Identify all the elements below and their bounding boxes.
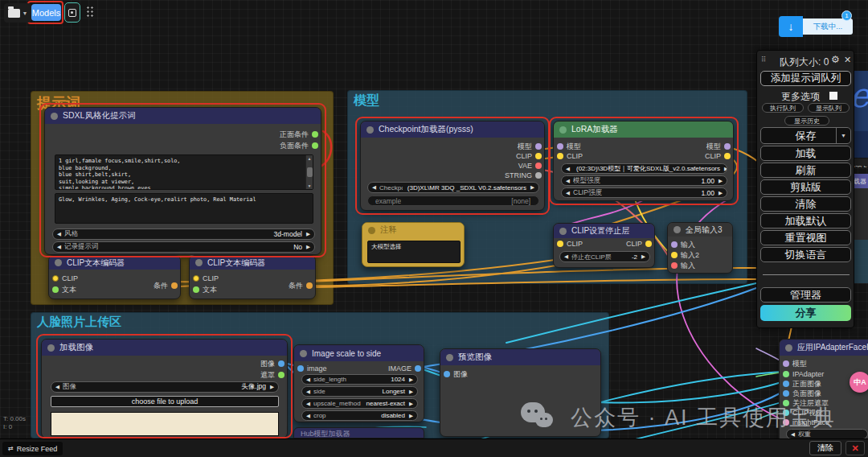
node-load-image[interactable]: 加载图像 图像 遮罩 ◀ 图像 头像.jpg ▶ choose file to … [41,339,288,438]
input-slot-negative-image[interactable]: 负面图像 [783,389,821,398]
prev-arrow-icon[interactable]: ◀ [306,401,310,407]
prev-arrow-icon[interactable]: ◀ [57,244,61,250]
node-header[interactable]: 预览图像 [440,349,600,365]
node-header[interactable]: Checkpoint加载器(pysss) [361,121,544,138]
node-image-scale-to-side[interactable]: Image scale to side image IMAGE ◀ side_l… [293,344,424,422]
clip-strength-widget[interactable]: ◀ CLIP强度 1.00 ▶ [561,187,727,198]
side-length-widget[interactable]: ◀ side_length 1024 ▶ [301,374,418,385]
prev-arrow-icon[interactable]: ◀ [306,413,310,419]
collapse-dot-icon[interactable] [446,354,453,361]
output-slot-clip[interactable]: CLIP [516,151,542,161]
node-header[interactable]: Image scale to side [294,345,424,361]
model-strength-widget[interactable]: ◀ 模型强度 1.00 ▶ [561,175,727,186]
clear-button[interactable]: 清除 [760,196,851,212]
ckpt-name-widget[interactable]: ◀ Checkpoint名称 (3D)XL\MR 3DQ _SDXL V0.2.… [367,182,539,193]
prev-arrow-icon[interactable]: ◀ [791,431,795,438]
manager-button[interactable]: 管理器 [760,287,851,303]
collapse-dot-icon[interactable] [300,350,307,357]
output-slot-vae[interactable]: VAE [518,161,542,171]
prev-arrow-icon[interactable]: ◀ [55,384,59,390]
next-arrow-icon[interactable]: ▶ [409,377,413,383]
output-slot-image[interactable]: IMAGE [388,364,421,373]
input-slot-model[interactable]: 模型 [783,359,807,368]
log-prompt-widget[interactable]: ◀ 记录提示词 No ▶ [52,241,315,253]
collapse-dot-icon[interactable] [195,259,203,266]
node-clip-encode-left[interactable]: CLIP文本编码器 CLIP 文本 条件 [48,255,181,299]
input-slot-clip[interactable]: CLIP [557,239,583,249]
node-clip-set-last-layer[interactable]: CLIP设置停止层 CLIP CLIP ◀ 停止在CLIP层 -2 ▶ [553,223,655,268]
queue-prompt-button[interactable]: 添加提示词队列 [760,71,851,86]
next-arrow-icon[interactable]: ▶ [306,244,310,250]
reset-view-button[interactable]: 重置视图 [760,230,851,245]
run-queue-button[interactable]: 执行队列 [762,103,804,113]
input-slot-model[interactable]: 模型 [557,142,581,151]
next-arrow-icon[interactable]: ▶ [409,413,413,419]
next-arrow-icon[interactable]: ▶ [270,384,274,390]
input-slot-text[interactable]: 文本 [52,285,76,294]
node-preview-image[interactable]: 预览图像 图像 [440,348,601,437]
node-header[interactable]: CLIP文本编码器 [190,256,315,270]
collapse-dot-icon[interactable] [559,126,567,134]
collapse-dot-icon[interactable] [366,126,374,134]
gear-icon[interactable]: ⚙ [831,54,840,65]
input-slot-positive-image[interactable]: 正面图像 [783,379,821,389]
note-textarea[interactable]: 大模型选择 [367,241,461,263]
show-history-button[interactable]: 显示历史 [784,116,829,126]
output-slot-negative[interactable]: 负面条件 [280,141,318,150]
scroll-thumb[interactable] [307,167,313,177]
next-arrow-icon[interactable]: ▶ [306,231,310,237]
input-slot-text[interactable]: 文本 [193,285,217,294]
node-lora-loader[interactable]: LoRA加载器 模型 CLIP 模型 CLIP ◀ (02:3D)\3D模型｜可… [553,121,734,201]
models-button[interactable]: Models [31,4,61,21]
load-default-button[interactable]: 加载默认 [760,213,851,228]
example-widget[interactable]: example [none] [367,196,539,206]
prev-arrow-icon[interactable]: ◀ [57,231,61,237]
show-queue-button[interactable]: 显示队列 [808,103,850,113]
input-slot-clip-vision[interactable]: CLIP视觉 [783,408,823,418]
extra-options-checkbox[interactable] [829,92,837,100]
input-slot-insightface[interactable]: insightFace [783,418,829,427]
collapse-dot-icon[interactable] [55,259,62,266]
input-slot-3[interactable]: 输入 [671,261,695,270]
prev-arrow-icon[interactable]: ◀ [564,253,568,260]
prev-arrow-icon[interactable]: ◀ [306,389,310,395]
node-sdxl-header[interactable]: SDXL风格化提示词 [45,108,321,124]
output-slot-cond[interactable]: 条件 [289,281,313,290]
node-header[interactable]: 应用IPAdapterFaceID [780,340,868,356]
node-header[interactable]: CLIP文本编码器 [49,256,180,270]
panel-drag-handle[interactable]: ⠿ [761,56,767,64]
node-global-input[interactable]: 全局输入3 输入 输入2 输入 [667,222,733,274]
next-arrow-icon[interactable]: ▶ [409,401,413,407]
input-slot-ipadapter[interactable]: IPAdapter [783,369,824,379]
upscale-method-widget[interactable]: ◀ upscale_method nearest-exact ▶ [301,398,418,409]
refresh-button[interactable]: 刷新 [760,163,851,178]
textarea-scrollbar[interactable]: ▲ ▼ [305,155,313,189]
close-icon[interactable]: ✕ [844,55,851,65]
collapse-dot-icon[interactable] [368,227,375,234]
comfyui-canvas[interactable]: 提示词 模型 人脸照片上传区 [0,0,868,457]
negative-prompt-textarea[interactable]: Glow, Wrinkles, Aging, Cock-eye,realirt … [55,193,313,224]
workflow-menu-button[interactable]: ▼ [4,3,31,23]
input-slot-clip[interactable]: CLIP [193,274,219,283]
next-arrow-icon[interactable]: ▶ [719,190,723,196]
output-slot-positive[interactable]: 正面条件 [280,130,318,139]
language-toggle-button[interactable]: 中A [850,372,868,393]
feed-close-button[interactable]: ✕ [845,441,865,455]
node-header[interactable]: LoRA加载器 [554,121,733,138]
next-arrow-icon[interactable]: ▶ [719,178,723,184]
next-arrow-icon[interactable]: ▶ [530,184,534,191]
output-slot-mask[interactable]: 遮罩 [260,370,285,380]
stop-at-clip-layer-widget[interactable]: ◀ 停止在CLIP层 -2 ▶ [559,251,650,262]
node-clip-encode-right[interactable]: CLIP文本编码器 CLIP 文本 条件 [189,255,316,299]
node-checkpoint-loader[interactable]: Checkpoint加载器(pysss) 模型 CLIP VAE STRING … [360,121,545,211]
input-slot-clip[interactable]: CLIP [52,274,78,283]
prev-arrow-icon[interactable]: ◀ [372,184,376,191]
next-arrow-icon[interactable]: ▶ [409,389,413,395]
node-header[interactable]: 全局输入3 [668,223,732,237]
positive-prompt-textarea[interactable]: 1 girl,famale focus,smile,shirt,solo, bl… [55,154,313,190]
save-dropdown[interactable]: ▼ [836,128,850,143]
choose-file-button[interactable]: choose file to upload [51,396,279,407]
output-slot-model[interactable]: 模型 [706,142,731,151]
prev-arrow-icon[interactable]: ◀ [306,377,310,383]
save-button[interactable]: 保存 ▼ [760,127,851,144]
